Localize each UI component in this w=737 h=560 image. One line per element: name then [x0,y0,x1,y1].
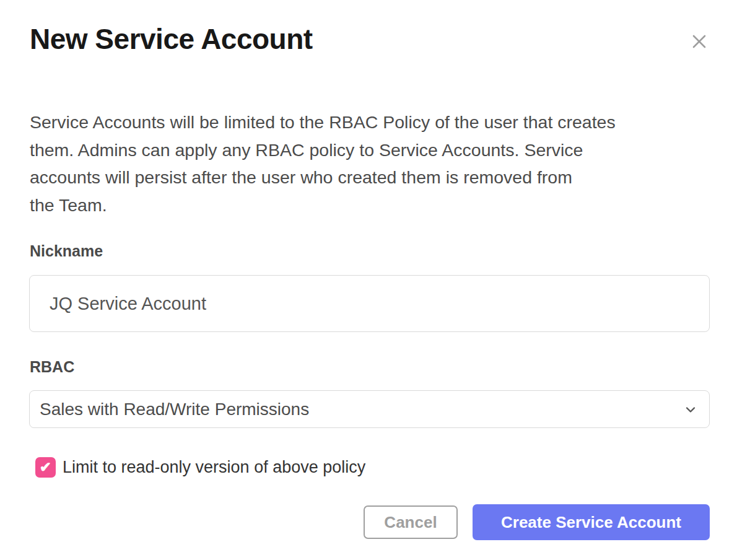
rbac-select[interactable]: Sales with Read/Write Permissions [29,390,710,428]
modal-footer-buttons: Cancel Create Service Account [364,504,710,540]
rbac-label: RBAC [30,358,74,376]
create-service-account-button[interactable]: Create Service Account [473,504,710,540]
description-line: Service Accounts will be limited to the … [30,108,717,136]
modal-title: New Service Account [30,22,313,56]
close-button[interactable] [686,28,712,55]
description-line: accounts will persist after the user who… [30,164,717,191]
readonly-policy-checkbox-row[interactable]: ✔ Limit to read-only version of above po… [35,457,365,478]
chevron-down-icon [683,402,698,417]
rbac-selected-value: Sales with Read/Write Permissions [40,400,683,419]
nickname-label: Nickname [30,242,103,260]
checkbox-checked[interactable]: ✔ [35,457,56,478]
close-icon [689,32,709,51]
description-line: the Team. [30,191,717,219]
checkbox-label: Limit to read-only version of above poli… [63,458,365,477]
nickname-input[interactable] [29,275,710,332]
description-line: them. Admins can apply any RBAC policy t… [30,136,717,164]
new-service-account-modal: New Service Account Service Accounts wil… [0,0,737,560]
modal-description: Service Accounts will be limited to the … [30,108,717,219]
check-icon: ✔ [40,459,51,476]
cancel-button[interactable]: Cancel [364,505,458,539]
